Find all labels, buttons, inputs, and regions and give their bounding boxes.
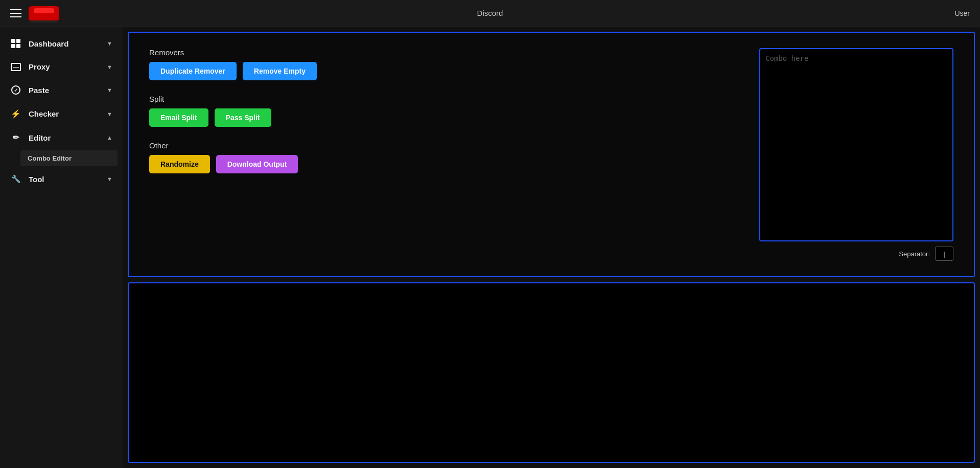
sidebar-item-paste[interactable]: ✓ Paste	[0, 78, 123, 102]
removers-section: Removers Duplicate Remover Remove Empty	[149, 48, 739, 80]
grid-icon	[10, 39, 21, 48]
chevron-down-icon	[107, 87, 112, 93]
sidebar-item-checker[interactable]: ⚡ Checker	[0, 102, 123, 126]
chevron-down-icon	[107, 176, 112, 182]
separator-label: Separator:	[899, 250, 930, 258]
sidebar-item-tool[interactable]: 🔧 Tool	[0, 167, 123, 191]
hamburger-icon[interactable]	[10, 9, 21, 17]
sidebar-label-dashboard: Dashboard	[29, 39, 68, 48]
sidebar-sub-combo-editor[interactable]: Combo Editor	[20, 150, 118, 166]
topbar-title: Discord	[477, 9, 503, 17]
separator-input[interactable]	[935, 247, 953, 261]
textarea-section: Separator:	[759, 48, 953, 261]
removers-label: Removers	[149, 48, 739, 57]
topbar: Discord User	[0, 0, 980, 27]
bottom-panel	[128, 282, 975, 463]
other-btn-group: Randomize Download Output	[149, 155, 739, 173]
sidebar-item-editor[interactable]: ✏ Editor	[0, 126, 123, 149]
chevron-down-icon	[107, 111, 112, 117]
removers-btn-group: Duplicate Remover Remove Empty	[149, 62, 739, 80]
tool-icon: 🔧	[10, 174, 21, 184]
main-layout: Dashboard Proxy ✓ Paste ⚡ Checker	[0, 27, 980, 468]
split-label: Split	[149, 95, 739, 103]
topbar-left	[10, 6, 59, 20]
pencil-icon: ✏	[10, 133, 21, 142]
email-split-button[interactable]: Email Split	[149, 108, 208, 127]
combo-textarea[interactable]	[759, 48, 953, 241]
topbar-user: User	[954, 9, 970, 17]
other-section: Other Randomize Download Output	[149, 141, 739, 173]
chevron-up-icon	[107, 135, 112, 141]
split-section: Split Email Split Pass Split	[149, 95, 739, 127]
randomize-button[interactable]: Randomize	[149, 155, 210, 173]
download-output-button[interactable]: Download Output	[216, 155, 298, 173]
pass-split-button[interactable]: Pass Split	[215, 108, 271, 127]
top-panel: Removers Duplicate Remover Remove Empty …	[128, 32, 975, 277]
chevron-down-icon	[107, 40, 112, 47]
sidebar-label-proxy: Proxy	[29, 62, 50, 71]
separator-row: Separator:	[759, 247, 953, 261]
chevron-down-icon	[107, 64, 112, 70]
sidebar-label-checker: Checker	[29, 109, 59, 118]
sidebar: Dashboard Proxy ✓ Paste ⚡ Checker	[0, 27, 123, 468]
sidebar-item-proxy[interactable]: Proxy	[0, 55, 123, 78]
split-btn-group: Email Split Pass Split	[149, 108, 739, 127]
sidebar-item-dashboard[interactable]: Dashboard	[0, 32, 123, 55]
sidebar-label-editor: Editor	[29, 133, 51, 142]
content-area: Removers Duplicate Remover Remove Empty …	[123, 27, 980, 468]
logo-icon	[29, 6, 59, 20]
combo-editor-label: Combo Editor	[28, 154, 72, 162]
sidebar-label-tool: Tool	[29, 175, 44, 184]
server-icon	[10, 63, 21, 71]
other-label: Other	[149, 141, 739, 150]
duplicate-remover-button[interactable]: Duplicate Remover	[149, 62, 237, 80]
remove-empty-button[interactable]: Remove Empty	[243, 62, 317, 80]
bolt-icon: ⚡	[10, 109, 21, 119]
controls-section: Removers Duplicate Remover Remove Empty …	[149, 48, 739, 261]
check-circle-icon: ✓	[10, 85, 21, 95]
sidebar-label-paste: Paste	[29, 86, 49, 95]
